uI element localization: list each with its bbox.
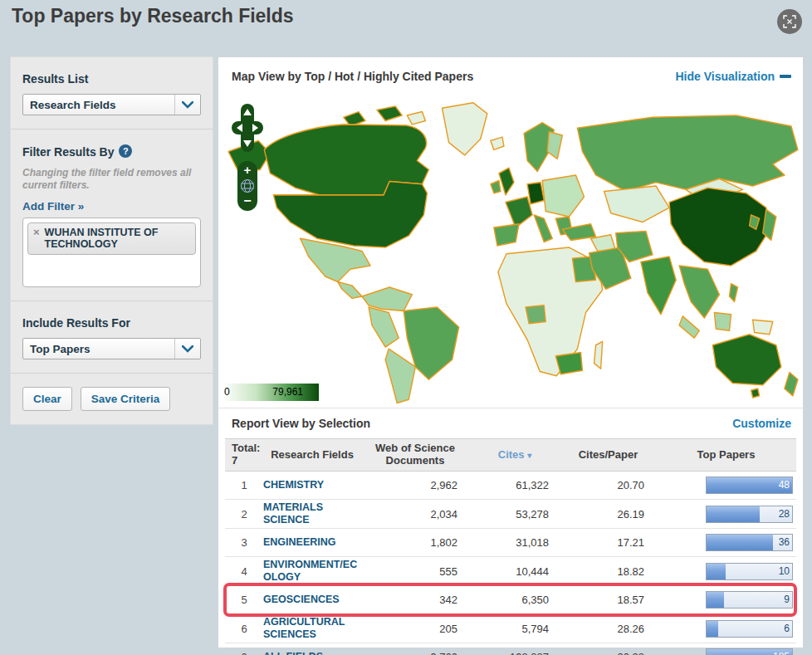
table-row: 3 ENGINEERING 1,802 31,018 17.21 36 [225,529,796,557]
cites-per-paper-cell: 18.82 [560,565,656,578]
cites-cell: 31,018 [469,536,560,549]
top-papers-value: 36 [779,535,790,550]
filter-results-section: Filter Results By? Changing the filter f… [11,129,213,301]
table-row: 0 ALL FIELDS 9,760 198,887 20.38 185 [225,643,796,655]
field-link[interactable]: AGRICULTURAL SCIENCES [263,616,361,641]
rank-cell: 5 [225,594,263,606]
table-row-highlighted: 5 GEOSCIENCES 342 6,350 18.57 9 [225,586,796,614]
table-header-row: Total: 7 Research Fields Web of Science … [225,438,796,472]
legend-max-value: 79,961 [272,386,303,398]
report-table: Total: 7 Research Fields Web of Science … [225,438,796,655]
rank-cell: 0 [225,651,263,655]
filters-sidebar: Results List Research Fields Filter Resu… [10,56,213,425]
cites-per-paper-cell: 20.38 [560,651,656,655]
top-papers-bar: 185 [706,648,793,655]
column-header-documents[interactable]: Web of Science Documents [361,442,469,467]
top-papers-value: 10 [779,564,790,579]
cites-cell: 198,887 [469,651,560,655]
cites-per-paper-cell: 18.57 [560,594,656,606]
cites-cell: 53,278 [469,508,560,521]
results-list-dropdown[interactable]: Research Fields [22,94,201,115]
field-link[interactable]: ALL FIELDS [263,651,361,655]
map-pan-control[interactable] [232,104,263,154]
filter-results-heading: Filter Results By? [22,144,201,159]
main-panel: Map View by Top / Hot / Highly Cited Pap… [218,56,804,648]
add-filter-link[interactable]: Add Filter » [22,200,84,213]
top-papers-bar: 36 [706,534,793,551]
top-papers-value: 48 [779,477,790,493]
save-criteria-button[interactable]: Save Criteria [81,387,171,411]
top-papers-value: 6 [784,621,790,637]
top-papers-value: 185 [773,649,790,655]
cites-per-paper-cell: 26.19 [560,508,656,521]
map-controls: + − [232,104,263,211]
field-link[interactable]: CHEMISTRY [263,479,361,491]
cites-cell: 5,794 [469,623,560,635]
rank-cell: 3 [225,536,263,549]
top-papers-bar: 10 [706,563,793,580]
expand-icon [782,14,797,29]
world-choropleth-map[interactable] [218,95,803,408]
include-results-dropdown[interactable]: Top Papers [22,338,201,359]
top-papers-bar: 48 [706,477,793,494]
fullscreen-button[interactable] [777,9,802,34]
top-papers-bar: 28 [706,506,793,523]
rank-cell: 6 [225,623,263,635]
cites-per-paper-cell: 28.26 [560,623,656,635]
table-row: 4 ENVIRONMENT/ECOLOGY 555 10,444 18.82 1… [225,557,796,586]
sort-desc-icon: ▾ [527,451,531,460]
field-link[interactable]: MATERIALS SCIENCE [263,501,361,526]
filter-note: Changing the filter field removes all cu… [22,167,201,192]
filter-tag: × WUHAN INSTITUTE OF TECHNOLOGY [27,222,196,255]
include-results-selected-value: Top Papers [23,339,174,359]
table-row: 1 CHEMISTRY 2,962 61,322 20.70 48 [225,472,796,500]
hide-visualization-link[interactable]: Hide Visualization [675,70,791,83]
cites-per-paper-cell: 20.70 [560,479,656,491]
include-results-heading: Include Results For [22,316,201,330]
active-filters-box: × WUHAN INSTITUTE OF TECHNOLOGY [22,218,201,287]
zoom-in-icon[interactable]: + [244,163,252,177]
include-results-section: Include Results For Top Papers [11,301,213,373]
table-row: 6 AGRICULTURAL SCIENCES 205 5,794 28.26 … [225,614,796,643]
field-link[interactable]: ENGINEERING [263,536,361,549]
field-link[interactable]: GEOSCIENCES [263,594,361,606]
top-papers-value: 9 [784,592,790,608]
results-list-heading: Results List [22,72,201,86]
top-papers-bar: 9 [706,591,793,609]
remove-filter-icon[interactable]: × [33,227,40,238]
documents-cell: 2,962 [361,479,469,491]
rank-cell: 4 [225,565,263,578]
customize-link[interactable]: Customize [732,417,791,430]
hide-visualization-label: Hide Visualization [675,70,775,83]
documents-cell: 555 [361,565,469,578]
cites-cell: 10,444 [469,565,560,578]
documents-cell: 2,034 [361,508,469,521]
cites-header-label: Cites [498,448,525,461]
column-header-cites-per-paper[interactable]: Cites/Paper [560,449,656,462]
chevron-down-icon [174,339,200,359]
clear-button[interactable]: Clear [22,387,72,411]
column-header-top-papers[interactable]: Top Papers [656,449,796,462]
column-header-total: Total: 7 [225,442,267,467]
top-papers-value: 28 [779,506,790,522]
map-view-header: Map View by Top / Hot / Highly Cited Pap… [218,57,803,95]
cites-cell: 61,322 [469,479,560,491]
field-link[interactable]: ENVIRONMENT/ECOLOGY [263,559,361,584]
report-view-header: Report View by Selection Customize [218,408,803,438]
zoom-out-icon[interactable]: − [243,193,251,208]
map-color-legend: 0 79,961 [223,384,319,401]
results-list-section: Results List Research Fields [11,57,213,129]
documents-cell: 1,802 [361,536,469,549]
actions-section: Clear Save Criteria [11,373,213,424]
filter-tag-label: WUHAN INSTITUTE OF TECHNOLOGY [45,227,190,251]
rank-cell: 2 [225,508,263,521]
map-zoom-control[interactable]: + − [237,161,257,211]
legend-min-value: 0 [224,386,230,398]
rank-cell: 1 [225,479,263,491]
documents-cell: 9,760 [361,651,469,655]
column-header-cites[interactable]: Cites ▾ [469,449,560,462]
help-icon[interactable]: ? [119,144,132,158]
column-header-research-fields[interactable]: Research Fields [263,449,361,462]
documents-cell: 342 [361,594,469,606]
filter-results-heading-text: Filter Results By [22,145,114,159]
